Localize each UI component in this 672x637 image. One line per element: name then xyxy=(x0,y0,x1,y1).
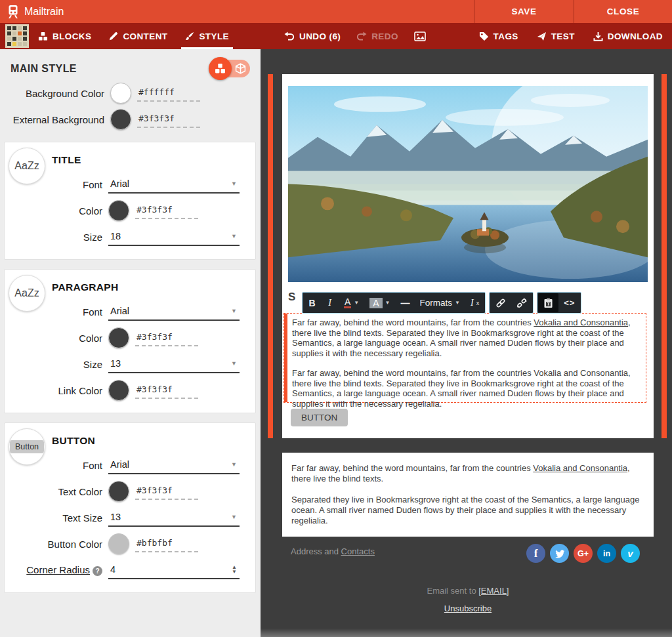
undo-button[interactable]: UNDO (6) xyxy=(284,23,341,49)
background-color-swatch[interactable] xyxy=(110,83,131,104)
nav-actions-group: TAGS TEST DOWNLOAD xyxy=(479,23,663,49)
paragraph-link-color-swatch[interactable] xyxy=(108,380,129,401)
italic-button[interactable]: I xyxy=(321,293,339,312)
background-color-value[interactable]: #ffffff xyxy=(137,85,200,102)
button-text-size-select[interactable]: 13▼ xyxy=(108,509,240,527)
facebook-icon[interactable]: f xyxy=(526,544,545,563)
font-color-icon: A xyxy=(344,298,351,308)
button-text-size-label: Text Size xyxy=(5,512,108,524)
chevron-down-icon[interactable]: ▼ xyxy=(354,300,359,306)
unsubscribe-link[interactable]: Unsubscribe xyxy=(444,604,492,613)
button-color-swatch[interactable] xyxy=(108,533,129,554)
stepper-arrows[interactable]: ▲▼ xyxy=(232,565,237,574)
email-block-main[interactable]: S Far far away, behind the word mountain… xyxy=(282,74,654,438)
email-preview-area: S Far far away, behind the word mountain… xyxy=(261,49,672,637)
redo-icon xyxy=(356,31,367,41)
horizontal-rule-button[interactable]: — xyxy=(396,293,415,312)
test-button[interactable]: TEST xyxy=(537,23,575,49)
block2-p1-link[interactable]: Vokalia and Consonantia xyxy=(533,463,627,473)
tags-button[interactable]: TAGS xyxy=(479,23,518,49)
chevron-down-icon: ▼ xyxy=(231,233,237,239)
hero-image[interactable] xyxy=(288,86,648,282)
chevron-down-icon: ▼ xyxy=(231,461,237,468)
linkedin-icon[interactable]: in xyxy=(597,544,616,563)
tab-content[interactable]: CONTENT xyxy=(109,23,167,49)
email-token-link[interactable]: [EMAIL] xyxy=(478,586,509,596)
email-cta-button[interactable]: BUTTON xyxy=(291,409,348,426)
paragraph-1[interactable]: Far far away, behind the word mountains,… xyxy=(292,318,639,358)
unsubscribe-line: Unsubscribe xyxy=(282,604,654,613)
close-button[interactable]: CLOSE xyxy=(574,0,672,23)
paragraph-link-color-value[interactable]: #3f3f3f xyxy=(135,382,198,399)
email-sent-line: Email sent to [EMAIL] xyxy=(282,586,654,596)
gallery-button[interactable] xyxy=(414,23,426,49)
format-group: B I A▼ A▼ — Formats▼ Ix xyxy=(302,292,486,314)
mosaico-logo[interactable] xyxy=(5,24,29,48)
help-icon[interactable]: ? xyxy=(93,566,102,576)
brush-icon xyxy=(185,31,194,41)
chevron-down-icon: ▼ xyxy=(455,300,460,306)
paragraph-color-value[interactable]: #3f3f3f xyxy=(135,330,198,346)
download-button[interactable]: DOWNLOAD xyxy=(593,23,663,49)
contacts-link[interactable]: Contacts xyxy=(341,546,375,556)
panel-title: MAIN STYLE xyxy=(10,63,77,75)
title-font-value: Arial xyxy=(110,178,129,189)
download-label: DOWNLOAD xyxy=(608,31,663,41)
title-font-select[interactable]: Arial▼ xyxy=(108,176,240,194)
button-text-color-value[interactable]: #3f3f3f xyxy=(135,483,198,500)
paragraph-color-swatch[interactable] xyxy=(108,327,129,348)
button-color-value[interactable]: #bfbfbf xyxy=(135,536,198,552)
title-size-label: Size xyxy=(5,232,108,243)
title-size-select[interactable]: 18▼ xyxy=(108,228,240,246)
blocks-toggle-knob[interactable] xyxy=(209,57,232,80)
source-code-button[interactable]: <> xyxy=(558,293,580,312)
corner-radius-stepper[interactable]: 4 ▲▼ xyxy=(108,562,240,579)
tag-icon xyxy=(479,31,489,41)
email-block-secondary[interactable]: Far far away, behind the word mountains,… xyxy=(282,453,654,537)
title-card-heading: TITLE xyxy=(52,142,255,171)
remove-link-button[interactable] xyxy=(511,293,532,312)
google-plus-icon[interactable]: G+ xyxy=(574,544,593,563)
clear-formatting-button[interactable]: Ix xyxy=(465,293,484,312)
redo-button[interactable]: REDO xyxy=(356,23,398,49)
paragraph-size-select[interactable]: 13▼ xyxy=(108,356,240,373)
background-color-button[interactable]: A▼ xyxy=(364,293,395,312)
formats-dropdown[interactable]: Formats▼ xyxy=(415,293,465,312)
blocks-fill-toggle[interactable] xyxy=(211,60,250,77)
tab-blocks[interactable]: BLOCKS xyxy=(38,23,91,49)
external-background-swatch[interactable] xyxy=(110,109,131,130)
section-heading[interactable]: S xyxy=(288,291,295,304)
chevron-down-icon[interactable]: ▼ xyxy=(385,300,390,306)
button-text-color-label: Text Color xyxy=(5,486,108,497)
style-panel: MAIN STYLE Background Color #ffffff Exte… xyxy=(0,49,261,637)
block2-p1-text: Far far away, behind the word mountains,… xyxy=(291,463,533,473)
title-color-swatch[interactable] xyxy=(108,200,129,221)
block2-paragraph-1[interactable]: Far far away, behind the word mountains,… xyxy=(291,463,644,484)
twitter-icon[interactable] xyxy=(550,544,569,563)
selection-left-bar xyxy=(284,314,287,402)
paragraph-1-link[interactable]: Vokalia and Consonantia xyxy=(534,318,628,327)
block2-paragraph-2[interactable]: Separated they live in Bookmarksgrove ri… xyxy=(291,495,644,526)
selected-text-block[interactable]: Far far away, behind the word mountains,… xyxy=(284,313,646,403)
title-color-value[interactable]: #3f3f3f xyxy=(135,203,198,219)
save-button[interactable]: SAVE xyxy=(474,0,574,23)
insert-link-button[interactable] xyxy=(490,293,511,312)
button-text-color-swatch[interactable] xyxy=(108,481,129,502)
paragraph-font-select[interactable]: Arial▼ xyxy=(108,303,240,321)
title-size-value: 18 xyxy=(110,231,121,241)
title-color-label: Color xyxy=(5,205,108,216)
external-background-row: External Background #3f3f3f xyxy=(0,106,261,133)
external-background-label: External Background xyxy=(0,114,110,125)
paragraph-2[interactable]: Far far away, behind the word mountains,… xyxy=(292,368,639,409)
step-down-icon[interactable]: ▼ xyxy=(232,569,237,574)
paste-button[interactable] xyxy=(538,293,558,312)
test-label: TEST xyxy=(551,31,575,41)
external-background-value[interactable]: #3f3f3f xyxy=(137,112,200,128)
vimeo-icon[interactable]: v xyxy=(621,544,640,563)
font-color-button[interactable]: A▼ xyxy=(339,293,364,312)
bold-button[interactable]: B xyxy=(303,293,321,312)
tab-style[interactable]: STYLE xyxy=(185,23,229,49)
button-font-select[interactable]: Arial▼ xyxy=(108,457,240,474)
cube-icon[interactable] xyxy=(235,63,246,77)
paragraph-font-value: Arial xyxy=(110,306,129,316)
